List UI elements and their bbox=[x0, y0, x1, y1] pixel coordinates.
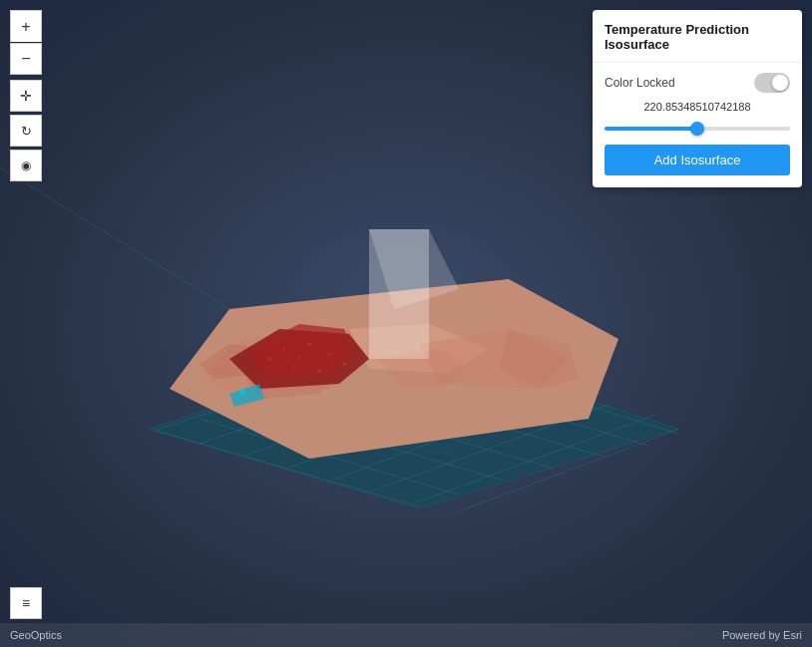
rotate-icon: ↻ bbox=[21, 124, 32, 139]
footer-left: GeoOptics bbox=[10, 629, 62, 641]
slider-container: 220.85348510742188 bbox=[605, 101, 790, 135]
footer: GeoOptics Powered by Esri bbox=[0, 623, 812, 647]
color-locked-label: Color Locked bbox=[605, 76, 675, 90]
isosurface-value-slider[interactable] bbox=[605, 127, 790, 131]
layers-icon: ≡ bbox=[22, 595, 30, 611]
add-isosurface-button[interactable]: Add Isosurface bbox=[605, 145, 790, 175]
rotate-button[interactable]: ↻ bbox=[10, 115, 42, 147]
pan-button[interactable]: ✛ bbox=[10, 80, 42, 112]
map-controls: + − ✛ ↻ ◉ bbox=[10, 10, 42, 181]
color-locked-row: Color Locked bbox=[605, 73, 790, 93]
svg-point-27 bbox=[267, 357, 271, 361]
zoom-out-button[interactable]: − bbox=[10, 43, 42, 75]
svg-point-38 bbox=[239, 389, 245, 395]
svg-point-31 bbox=[342, 362, 346, 366]
panel-body: Color Locked 220.85348510742188 Add Isos… bbox=[593, 63, 802, 187]
layers-button[interactable]: ≡ bbox=[10, 587, 42, 619]
slider-value-display: 220.85348510742188 bbox=[605, 101, 790, 113]
svg-point-29 bbox=[307, 342, 311, 346]
svg-point-30 bbox=[328, 353, 331, 356]
panel-title: Temperature Prediction Isosurface bbox=[593, 10, 802, 63]
compass-icon: ◉ bbox=[21, 159, 31, 172]
svg-point-33 bbox=[317, 369, 321, 373]
svg-point-28 bbox=[283, 348, 286, 351]
footer-right: Powered by Esri bbox=[722, 629, 802, 641]
color-locked-toggle[interactable] bbox=[754, 73, 790, 93]
pan-icon: ✛ bbox=[20, 88, 32, 104]
svg-point-34 bbox=[298, 356, 301, 359]
zoom-control-group: + − bbox=[10, 10, 42, 75]
svg-point-32 bbox=[293, 366, 296, 369]
compass-button[interactable]: ◉ bbox=[10, 150, 42, 181]
isosurface-panel: Temperature Prediction Isosurface Color … bbox=[593, 10, 802, 187]
zoom-in-button[interactable]: + bbox=[10, 10, 42, 42]
